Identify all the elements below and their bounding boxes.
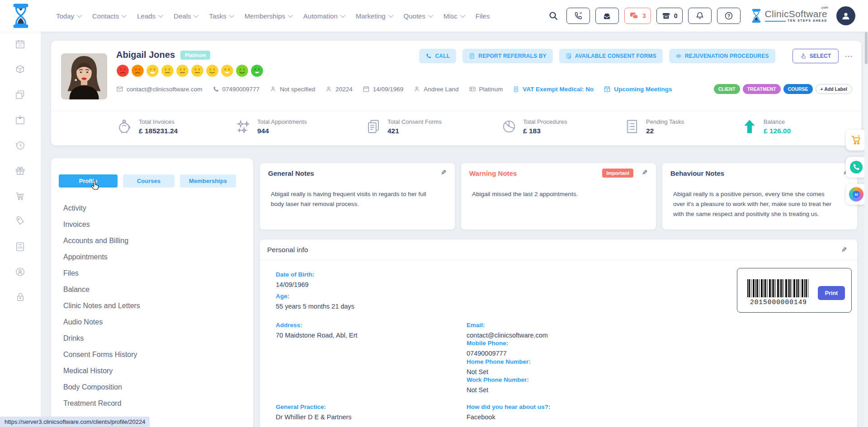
- chevron-down-icon: [428, 13, 433, 18]
- rail-copies-icon[interactable]: [0, 82, 41, 108]
- menu-item-appointments[interactable]: Appointments: [51, 249, 253, 265]
- chevron-down-icon: [388, 13, 393, 18]
- mood-emoji-5-icon[interactable]: [176, 64, 189, 77]
- menu-item-treatment-record[interactable]: Treatment Record: [51, 395, 253, 412]
- mood-emoji-3-icon[interactable]: [146, 64, 159, 77]
- help-button[interactable]: ?: [717, 8, 741, 24]
- tab-profile[interactable]: Profile: [59, 174, 118, 188]
- rail-user-badge-icon[interactable]: [0, 259, 41, 285]
- mood-scale: [116, 64, 264, 77]
- mood-emoji-10-icon[interactable]: [250, 64, 264, 77]
- edit-pencil-icon[interactable]: ✎: [642, 169, 648, 177]
- call-button[interactable]: CALL: [419, 49, 456, 63]
- mood-emoji-4-icon[interactable]: [161, 64, 174, 77]
- scrollbar-thumb[interactable]: [865, 32, 868, 64]
- rail-gift-icon[interactable]: [0, 158, 41, 183]
- menu-item-audio-notes[interactable]: Audio Notes: [51, 314, 253, 330]
- nav-item-today[interactable]: Today: [56, 12, 80, 20]
- quick-cart-button[interactable]: [846, 130, 867, 150]
- rail-cart-icon[interactable]: [0, 183, 41, 209]
- quick-call-button[interactable]: [846, 157, 867, 178]
- dialer-button[interactable]: [566, 8, 590, 24]
- inbox-button[interactable]: [595, 8, 619, 24]
- label-chip-course[interactable]: COURSE: [783, 84, 813, 94]
- brand-tagline: TEN STEPS AHEAD: [788, 19, 827, 23]
- client-name: Abigail Jones: [116, 50, 175, 60]
- user-avatar[interactable]: [836, 6, 855, 25]
- nav-item-tasks[interactable]: Tasks: [209, 12, 232, 20]
- label-chip-treatment[interactable]: TREATMENT: [743, 84, 781, 94]
- stat-total-consent-forms: Total Consent Forms421: [365, 118, 442, 135]
- nav-item-deals[interactable]: Deals: [174, 12, 197, 20]
- menu-item-activity[interactable]: Activity: [51, 200, 253, 216]
- brand-logo[interactable]: ClinicSoftware.com TEN STEPS AHEAD: [750, 9, 827, 23]
- mood-emoji-2-icon[interactable]: [131, 64, 144, 77]
- nav-item-memberships[interactable]: Memberships: [245, 12, 292, 20]
- edit-pencil-icon[interactable]: ✎: [841, 246, 847, 254]
- ai-assistant-button[interactable]: AI: [846, 184, 867, 205]
- rail-lock-icon[interactable]: [0, 285, 41, 310]
- label-chip-client[interactable]: CLIENT: [714, 84, 740, 94]
- menu-item-consent-forms-history[interactable]: Consent Forms History: [51, 347, 253, 363]
- chat-button[interactable]: 3: [624, 8, 651, 24]
- mood-emoji-8-icon[interactable]: [221, 64, 234, 77]
- link-status-bar: https://server3.clinicsoftware.com/clien…: [0, 417, 150, 427]
- consent-form-icon: [566, 53, 572, 59]
- client-labels: CLIENTTREATMENTCOURSE+ Add Label: [714, 84, 852, 94]
- tab-courses[interactable]: Courses: [123, 174, 175, 188]
- mood-emoji-7-icon[interactable]: [206, 64, 219, 77]
- client-email: contact@clinicsoftware.com: [116, 85, 203, 93]
- rail-report-chart-icon[interactable]: [0, 234, 41, 259]
- chevron-down-icon: [122, 13, 127, 18]
- menu-item-body-composition[interactable]: Body Composition: [51, 379, 253, 395]
- menu-item-medical-history[interactable]: Medical History: [51, 363, 253, 379]
- menu-item-accounts-and-billing[interactable]: Accounts and Billing: [51, 233, 253, 249]
- app-logo[interactable]: [0, 4, 42, 28]
- nav-item-leads[interactable]: Leads: [137, 12, 162, 20]
- menu-item-balance[interactable]: Balance: [51, 282, 253, 298]
- menu-item-drinks[interactable]: Drinks: [51, 330, 253, 347]
- nav-item-misc[interactable]: Misc: [443, 12, 464, 20]
- search-icon[interactable]: [548, 11, 558, 21]
- nav-item-files[interactable]: Files: [476, 12, 490, 20]
- pos-store-button[interactable]: 0: [656, 8, 683, 24]
- consent-forms-button[interactable]: AVAILABLE CONSENT FORMS: [559, 49, 663, 63]
- rail-calendar-import-icon[interactable]: [0, 108, 41, 133]
- nav-item-automation[interactable]: Automation: [303, 12, 344, 20]
- top-bar: TodayContactsLeadsDealsTasksMembershipsA…: [0, 0, 868, 32]
- upcoming-meetings-link[interactable]: Upcoming Meetings: [604, 85, 672, 93]
- vat-exempt-link[interactable]: VAT Exempt Medical: No: [513, 86, 594, 93]
- rail-history-icon[interactable]: [0, 133, 41, 158]
- menu-item-invoices[interactable]: Invoices: [51, 216, 253, 233]
- inbox-icon: [602, 11, 612, 21]
- phone-icon: [212, 86, 219, 93]
- nav-item-contacts[interactable]: Contacts: [92, 12, 125, 20]
- menu-item-files[interactable]: Files: [51, 265, 253, 282]
- nav-item-quotes[interactable]: Quotes: [404, 12, 432, 20]
- price-tags-icon: [14, 216, 26, 227]
- pie-icon: [501, 118, 517, 135]
- mood-emoji-9-icon[interactable]: [236, 64, 249, 77]
- client-photo[interactable]: [61, 53, 107, 99]
- cart-icon: [850, 134, 863, 146]
- nav-item-marketing[interactable]: Marketing: [356, 12, 392, 20]
- lock-icon: [14, 291, 26, 303]
- add-label-button[interactable]: + Add Label: [816, 84, 852, 94]
- edit-pencil-icon[interactable]: ✎: [441, 169, 447, 177]
- select-button[interactable]: SELECT: [793, 49, 839, 63]
- field-age: Age: 55 years 5 months 21 days: [276, 293, 354, 310]
- mood-emoji-1-icon[interactable]: [116, 64, 129, 77]
- rail-package-icon[interactable]: [0, 57, 41, 82]
- brand-tld: .com: [821, 6, 828, 9]
- more-actions-button[interactable]: ···: [845, 52, 853, 60]
- report-referrals-button[interactable]: REPORT REFERRALS BY: [462, 49, 552, 63]
- stat-value: £ 183: [523, 127, 567, 135]
- rejuvenation-procedures-button[interactable]: REJUVENATION PROCEDURES: [669, 49, 775, 63]
- print-barcode-button[interactable]: Print: [818, 286, 845, 300]
- mood-emoji-6-icon[interactable]: [191, 64, 204, 77]
- menu-item-clinic-notes-and-letters[interactable]: Clinic Notes and Letters: [51, 298, 253, 314]
- notifications-button[interactable]: [688, 8, 712, 24]
- tab-memberships[interactable]: Memberships: [180, 174, 236, 188]
- rail-price-tags-icon[interactable]: [0, 209, 41, 234]
- rail-calendar-icon[interactable]: 12: [0, 32, 41, 57]
